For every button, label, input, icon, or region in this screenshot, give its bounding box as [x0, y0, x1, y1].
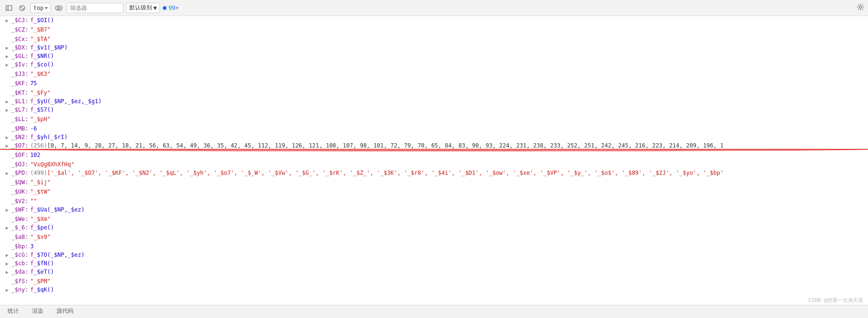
table-row: _$We: "_$Xm" — [0, 214, 868, 223]
level-selector[interactable]: 默认级别 ▼ — [126, 3, 160, 13]
live-badge[interactable]: 99+ — [163, 5, 179, 11]
bottom-tab-stats[interactable]: 统计 — [4, 306, 23, 317]
table-row: _$Cx: "_$TA" — [0, 34, 868, 43]
expand-arrow[interactable] — [4, 107, 10, 114]
expand-arrow[interactable] — [4, 62, 10, 68]
table-row: _$OJ: "VsQgBXhXfHq" — [0, 159, 868, 169]
table-row: _$fS: "_$PM" — [0, 276, 868, 285]
string-value: "_$Xm" — [30, 215, 50, 223]
toggle-sidebar-button[interactable] — [4, 3, 14, 13]
expand-arrow[interactable] — [4, 134, 10, 141]
row-key: _$OJ: — [11, 161, 28, 168]
row-key: _$J3: — [11, 70, 28, 78]
bottom-tab-source[interactable]: 源代码 — [53, 306, 77, 317]
func-keyword: f — [30, 98, 33, 105]
func-name: _$OI() — [33, 16, 54, 24]
svg-point-6 — [860, 6, 862, 8]
table-row: _$KF: 75 — [0, 78, 868, 88]
table-row: _$cb: f _$fN() — [0, 259, 868, 268]
table-row: _$J3: "_$K3" — [0, 69, 868, 78]
row-key: _$MB: — [11, 125, 28, 132]
func-name: _$qK() — [33, 286, 54, 294]
row-key: _$PD: — [11, 169, 28, 177]
table-row: _$LL: "_$pH" — [0, 114, 868, 123]
svg-line-3 — [20, 6, 24, 10]
func-keyword: f — [30, 44, 33, 51]
row-key: _$We: — [11, 215, 28, 223]
string-value: "_$B7" — [30, 26, 50, 33]
row-key: _$V2: — [11, 197, 28, 205]
array-count: (256) — [30, 142, 47, 149]
func-keyword: f — [30, 206, 33, 213]
row-key: _$CJ: — [11, 16, 28, 24]
row-key: _$a8: — [11, 233, 28, 241]
level-label: 默认级别 — [129, 4, 152, 12]
expand-arrow[interactable] — [4, 98, 10, 105]
expand-arrow[interactable] — [4, 53, 10, 60]
func-name: _$co() — [33, 61, 54, 68]
table-row: _$UK: "_$tW" — [0, 187, 868, 196]
table-area[interactable]: _$CJ: f _$OI()_$CZ: "_$B7"_$Cx: "_$TA"_$… — [0, 16, 868, 305]
func-keyword: f — [30, 268, 33, 276]
func-keyword: f — [30, 133, 33, 141]
expand-arrow[interactable] — [4, 143, 10, 149]
scope-selector[interactable]: top ▼ — [30, 3, 51, 13]
array-value: [0, 7, 14, 9, 28, 27, 18, 21, 56, 63, 54… — [47, 142, 724, 149]
table-row: _$PD: (499) ['_$al', '_$O7', '_$KF', '_$… — [0, 169, 868, 177]
table-row: _$KT: "_$Fy" — [0, 88, 868, 97]
expand-arrow[interactable] — [4, 287, 10, 294]
table-row: _$a8: "_$x9" — [0, 232, 868, 241]
row-key: _$DX: — [11, 44, 28, 51]
row-key: _$ny: — [11, 286, 28, 294]
row-key: _$_6: — [11, 224, 28, 231]
table-row: _$MB: -6 — [0, 123, 868, 133]
scope-label: top — [33, 5, 44, 11]
func-keyword: f — [30, 260, 33, 267]
string-value: "_$tW" — [30, 188, 50, 196]
row-key: _$UK: — [11, 188, 28, 196]
string-value: "_$pH" — [30, 115, 50, 123]
func-keyword: f — [30, 52, 33, 60]
expand-arrow[interactable] — [4, 269, 10, 276]
number-value: -6 — [30, 125, 37, 132]
expand-arrow[interactable] — [4, 17, 10, 24]
func-name: _$pe() — [33, 224, 54, 231]
string-value: "VsQgBXhXfHq" — [30, 161, 74, 168]
row-key: _$da: — [11, 268, 28, 276]
bottom-tab-render[interactable]: 渲染 — [28, 306, 47, 317]
func-keyword: f — [30, 106, 33, 114]
row-key: _$LL: — [11, 115, 28, 123]
func-keyword: f — [30, 286, 33, 294]
table-row: _$V2: "" — [0, 196, 868, 205]
table-row: _$GL: f _$NR() — [0, 52, 868, 60]
svg-point-4 — [56, 6, 62, 10]
row-key: _$N2: — [11, 133, 28, 141]
svg-point-5 — [58, 7, 60, 9]
number-value: 3 — [30, 243, 33, 250]
level-chevron-icon: ▼ — [153, 5, 157, 11]
expand-arrow[interactable] — [4, 207, 10, 213]
expand-arrow[interactable] — [4, 170, 10, 177]
row-key: _$GL: — [11, 52, 28, 60]
string-value: "_$Fy" — [30, 89, 50, 97]
table-row: _$Iv: f _$co() — [0, 60, 868, 69]
filter-input[interactable] — [67, 3, 123, 13]
func-name: _$Ua(_$NP,_$ez) — [33, 206, 84, 213]
table-row: _$ny: f _$qK() — [0, 285, 868, 294]
table-row: _$CJ: f _$OI() — [0, 16, 868, 24]
func-keyword: f — [30, 224, 33, 231]
row-key: _$cb: — [11, 260, 28, 267]
expand-arrow[interactable] — [4, 45, 10, 51]
watch-button[interactable] — [54, 3, 64, 13]
func-keyword: f — [30, 16, 33, 24]
expand-arrow[interactable] — [4, 225, 10, 231]
settings-button[interactable] — [857, 3, 864, 13]
table-row: _$da: f _$eT() — [0, 268, 868, 276]
clear-button[interactable] — [17, 3, 27, 13]
row-key: _$OF: — [11, 151, 28, 159]
func-name: _$fN() — [33, 260, 54, 267]
live-count: 99+ — [168, 5, 179, 11]
expand-arrow[interactable] — [4, 261, 10, 267]
number-value: 102 — [30, 151, 40, 159]
expand-arrow[interactable] — [4, 252, 10, 259]
